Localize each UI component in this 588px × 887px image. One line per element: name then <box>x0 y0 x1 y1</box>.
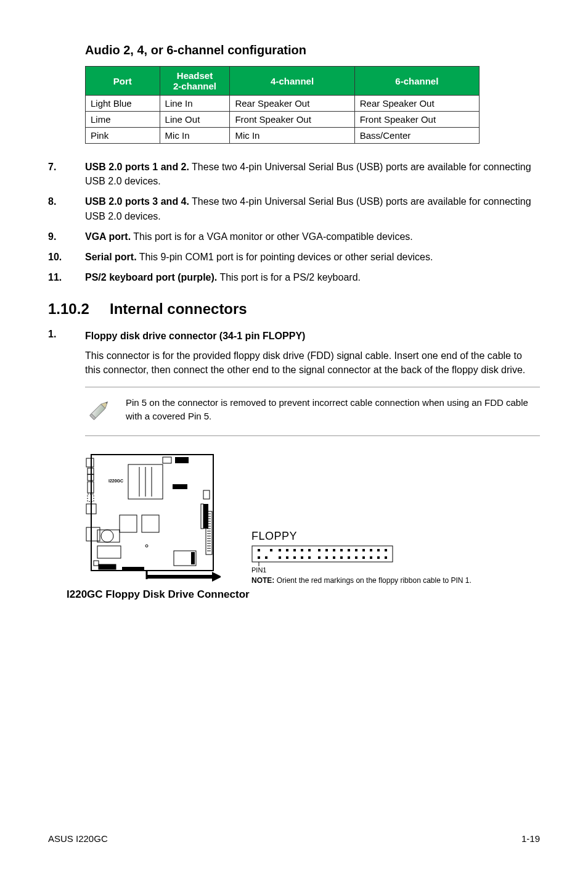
svg-rect-58 <box>286 549 288 551</box>
svg-rect-80 <box>325 556 328 559</box>
svg-rect-88 <box>385 556 387 559</box>
svg-rect-47 <box>191 552 195 564</box>
audio-config-heading: Audio 2, 4, or 6-channel configuration <box>85 43 540 57</box>
item-lead: USB 2.0 ports 3 and 4. <box>85 196 189 207</box>
internal-connectors-heading: 1.10.2Internal connectors <box>48 300 540 318</box>
item-lead: Serial port. <box>85 252 137 262</box>
list-item: 8. USB 2.0 ports 3 and 4. These two 4-pi… <box>48 194 540 223</box>
table-row: Light Blue Line In Rear Speaker Out Rear… <box>86 96 480 112</box>
svg-rect-75 <box>286 556 288 559</box>
svg-rect-6 <box>175 457 189 463</box>
floppy-figure: I220GC <box>85 453 540 586</box>
cell-4ch: Mic In <box>230 128 354 144</box>
internal-connector-list: 1. Floppy disk drive connector (34-1 pin… <box>48 329 540 377</box>
svg-rect-7 <box>86 458 94 467</box>
pencil-icon <box>85 396 113 427</box>
svg-rect-60 <box>301 549 303 551</box>
note-box: Pin 5 on the connector is removed to pre… <box>85 387 540 436</box>
subsection-number: 1.10.2 <box>48 300 110 318</box>
svg-rect-67 <box>355 549 357 551</box>
cell-2ch: Line Out <box>160 112 230 128</box>
svg-point-44 <box>145 545 148 547</box>
cell-4ch: Front Speaker Out <box>230 112 354 128</box>
list-item: 1. Floppy disk drive connector (34-1 pin… <box>48 329 540 377</box>
th-4ch: 4-channel <box>230 67 354 96</box>
svg-rect-56 <box>270 549 272 551</box>
subsection-title: Internal connectors <box>110 300 247 317</box>
pin1-label: PIN1 <box>251 566 472 574</box>
svg-point-24 <box>101 530 113 542</box>
svg-rect-76 <box>293 556 296 559</box>
footer-left: ASUS I220GC <box>48 833 108 844</box>
rear-panel-list: 7. USB 2.0 ports 1 and 2. These two 4-pi… <box>48 160 540 284</box>
svg-rect-87 <box>377 556 380 559</box>
cell-port: Light Blue <box>86 96 160 112</box>
svg-rect-48 <box>99 564 116 569</box>
th-port: Port <box>86 67 160 96</box>
item-number: 7. <box>48 160 85 188</box>
svg-rect-4 <box>91 455 213 571</box>
list-item: 11. PS/2 keyboard port (purple). This po… <box>48 270 540 284</box>
svg-rect-18 <box>173 484 187 489</box>
svg-rect-66 <box>348 549 350 551</box>
list-item: 7. USB 2.0 ports 1 and 2. These two 4-pi… <box>48 160 540 188</box>
list-item: 10. Serial port. This 9-pin COM1 port is… <box>48 250 540 264</box>
cell-port: Pink <box>86 128 160 144</box>
svg-rect-69 <box>370 549 372 551</box>
item-lead: PS/2 keyboard port (purple). <box>85 272 217 283</box>
item-text: This port is for a PS/2 keyboard. <box>217 272 361 283</box>
item-number: 8. <box>48 194 85 223</box>
svg-rect-73 <box>265 556 267 559</box>
floppy-connector-icon <box>251 545 393 566</box>
table-row: Lime Line Out Front Speaker Out Front Sp… <box>86 112 480 128</box>
page-footer: ASUS I220GC 1-19 <box>48 833 540 844</box>
item-text: This 9-pin COM1 port is for pointing dev… <box>137 252 433 262</box>
svg-rect-72 <box>258 556 260 559</box>
svg-rect-78 <box>308 556 311 559</box>
svg-rect-68 <box>362 549 365 551</box>
svg-rect-22 <box>120 515 137 532</box>
cell-port: Lime <box>86 112 160 128</box>
th-6ch: 6-channel <box>354 67 479 96</box>
svg-rect-64 <box>333 549 335 551</box>
svg-rect-57 <box>279 549 281 551</box>
board-label-text: I220GC <box>108 479 123 483</box>
svg-marker-52 <box>212 572 221 582</box>
item-number: 11. <box>48 270 85 284</box>
cell-2ch: Line In <box>160 96 230 112</box>
svg-rect-5 <box>163 457 171 463</box>
figure-caption: I220GC Floppy Disk Drive Connector <box>67 588 540 601</box>
svg-rect-21 <box>201 504 203 529</box>
svg-rect-19 <box>203 490 210 499</box>
svg-rect-61 <box>308 549 311 551</box>
svg-rect-43 <box>97 546 121 558</box>
svg-rect-45 <box>94 561 99 566</box>
floppy-note-text: Orient the red markings on the floppy ri… <box>274 576 472 585</box>
svg-rect-82 <box>340 556 343 559</box>
item-lead: VGA port. <box>85 231 131 242</box>
item-number: 9. <box>48 229 85 244</box>
cell-6ch: Bass/Center <box>354 128 479 144</box>
svg-rect-13 <box>86 527 100 541</box>
svg-rect-79 <box>318 556 321 559</box>
cell-4ch: Rear Speaker Out <box>230 96 354 112</box>
floppy-label: FLOPPY <box>251 530 472 543</box>
svg-rect-54 <box>252 546 393 562</box>
svg-rect-50 <box>122 567 144 571</box>
cell-6ch: Rear Speaker Out <box>354 96 479 112</box>
floppy-connector-detail: FLOPPY <box>251 530 472 586</box>
svg-rect-74 <box>279 556 281 559</box>
svg-rect-25 <box>97 530 120 542</box>
item-text: This port is for a VGA monitor or other … <box>131 231 413 242</box>
svg-rect-70 <box>377 549 380 551</box>
step-title: Floppy disk drive connector (34-1 pin FL… <box>85 329 540 343</box>
svg-rect-85 <box>362 556 365 559</box>
list-item: 9. VGA port. This port is for a VGA moni… <box>48 229 540 244</box>
cell-6ch: Front Speaker Out <box>354 112 479 128</box>
footer-right: 1-19 <box>521 833 540 844</box>
audio-config-table: Port Headset 2-channel 4-channel 6-chann… <box>85 66 480 144</box>
svg-rect-83 <box>348 556 350 559</box>
floppy-note-lead: NOTE: <box>251 576 274 585</box>
svg-rect-84 <box>355 556 357 559</box>
item-number: 10. <box>48 250 85 264</box>
